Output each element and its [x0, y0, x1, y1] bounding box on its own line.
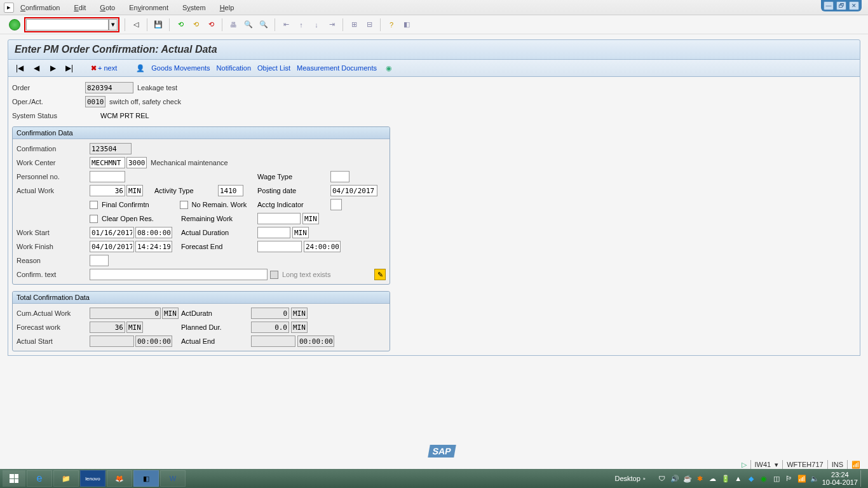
- nav-last-icon[interactable]: ▶|: [64, 63, 74, 73]
- layout-icon[interactable]: ◧: [401, 19, 412, 30]
- tray-wifi-icon[interactable]: 📶: [797, 473, 807, 484]
- workfinish-date[interactable]: [90, 241, 134, 252]
- find-next-icon[interactable]: 🔍: [258, 19, 269, 30]
- planneddur-unit: [291, 322, 308, 333]
- cancel-next-button[interactable]: ✖ + next: [91, 64, 117, 72]
- explorer-icon[interactable]: 📁: [53, 470, 79, 487]
- menu-environment[interactable]: Environment: [129, 4, 168, 11]
- actualwork-unit[interactable]: [126, 185, 143, 196]
- confirmtext-label: Confirm. text: [17, 271, 90, 278]
- show-desktop[interactable]: [860, 470, 865, 487]
- command-field[interactable]: [26, 19, 109, 30]
- cancel-icon[interactable]: ⟲: [205, 19, 217, 30]
- tray-av-icon[interactable]: ✱: [695, 473, 705, 484]
- back-nav-icon[interactable]: ⟲: [175, 19, 186, 30]
- new-session-icon[interactable]: ⊞: [348, 19, 360, 30]
- tray-battery-icon[interactable]: 🔋: [721, 473, 731, 484]
- forecastend-date[interactable]: [257, 241, 302, 252]
- confirmtext-field[interactable]: [90, 269, 268, 280]
- menu-edit[interactable]: Edit: [74, 4, 86, 11]
- menu-confirmation[interactable]: Confirmation: [20, 4, 60, 11]
- tray-app1-icon[interactable]: ◆: [746, 473, 756, 484]
- session-menu-icon[interactable]: ▸: [4, 3, 14, 13]
- restore-button[interactable]: 🗗: [836, 1, 846, 10]
- longtext-edit-icon[interactable]: ✎: [374, 269, 386, 280]
- tray-speaker-icon[interactable]: 🔈: [810, 473, 820, 484]
- clock-date[interactable]: 10-04-2017: [822, 478, 858, 486]
- back-icon[interactable]: ◁: [130, 19, 142, 30]
- workfinish-time[interactable]: [135, 241, 172, 252]
- sap-gui-icon[interactable]: ◧: [133, 470, 159, 487]
- word-icon[interactable]: W: [160, 470, 186, 487]
- actualdur-unit[interactable]: [292, 227, 309, 238]
- desktop-label[interactable]: Desktop: [614, 475, 640, 482]
- find-icon[interactable]: 🔍: [243, 19, 254, 30]
- order-field[interactable]: [85, 82, 133, 93]
- nav-prev-icon[interactable]: ◀: [31, 63, 41, 73]
- firefox-icon[interactable]: 🦊: [107, 470, 132, 487]
- status-label: System Status: [12, 112, 85, 119]
- print-icon[interactable]: 🖶: [227, 19, 239, 30]
- tray-onedrive-icon[interactable]: ☁: [708, 473, 718, 484]
- app-toolbar: |◀ ◀ ▶ ▶| ✖ + next 👤 Goods Movements Not…: [8, 60, 860, 77]
- nav-first-icon[interactable]: |◀: [15, 63, 25, 73]
- services-icon[interactable]: ◉: [383, 62, 395, 74]
- menu-system[interactable]: System: [182, 4, 206, 11]
- actualwork-field[interactable]: [90, 185, 125, 196]
- tray-app3-icon[interactable]: ◫: [771, 473, 782, 484]
- tray-flag-icon[interactable]: 🏳: [784, 473, 794, 484]
- reason-field[interactable]: [90, 255, 109, 266]
- forecastend-time[interactable]: [304, 241, 341, 252]
- noremain-label: No Remain. Work: [192, 201, 247, 208]
- tray-shield-icon[interactable]: 🛡: [657, 473, 667, 484]
- next-page-icon[interactable]: ↓: [311, 19, 322, 30]
- remwork-field[interactable]: [257, 213, 301, 224]
- actualdur-field[interactable]: [257, 227, 290, 238]
- ie-icon[interactable]: e: [27, 470, 52, 487]
- remwork-unit[interactable]: [302, 213, 319, 224]
- close-button[interactable]: ✕: [849, 1, 859, 10]
- wagetype-field[interactable]: [330, 171, 349, 182]
- first-page-icon[interactable]: ⇤: [280, 19, 292, 30]
- personnel-field[interactable]: [90, 171, 125, 182]
- clearopen-checkbox[interactable]: [90, 215, 98, 223]
- last-page-icon[interactable]: ⇥: [326, 19, 337, 30]
- forecastend-label: Forecast End: [181, 243, 222, 250]
- workstart-date[interactable]: [90, 227, 134, 238]
- noremain-checkbox[interactable]: [180, 201, 188, 209]
- remwork-label: Remaining Work: [181, 215, 233, 222]
- local-layout-icon[interactable]: 📶: [851, 461, 860, 469]
- tray-app2-icon[interactable]: ◉: [759, 473, 769, 484]
- oper-field[interactable]: [85, 96, 105, 107]
- nav-next-icon[interactable]: ▶: [48, 63, 58, 73]
- save-icon[interactable]: 💾: [153, 19, 164, 30]
- activitytype-field[interactable]: [218, 185, 243, 196]
- tray-up-icon[interactable]: ▲: [733, 473, 743, 484]
- lenovo-icon[interactable]: lenovo: [80, 470, 105, 487]
- workcenter-field[interactable]: [90, 157, 125, 168]
- notification-button[interactable]: Notification: [217, 64, 251, 72]
- cumwork-unit: [162, 308, 179, 319]
- tray-volume-icon[interactable]: 🔊: [670, 473, 680, 484]
- clock-time[interactable]: 23:24: [822, 471, 858, 478]
- minimize-button[interactable]: —: [824, 1, 834, 10]
- menu-goto[interactable]: Goto: [100, 4, 115, 11]
- enter-icon[interactable]: [9, 19, 20, 30]
- help-icon[interactable]: ?: [386, 19, 397, 30]
- clearopen-label: Clear Open Res.: [102, 215, 154, 222]
- menu-help[interactable]: Help: [220, 4, 234, 11]
- object-list-button[interactable]: Object List: [257, 64, 290, 72]
- command-dropdown[interactable]: ▾: [109, 19, 118, 30]
- exit-icon[interactable]: ⟲: [190, 19, 201, 30]
- prev-page-icon[interactable]: ↑: [295, 19, 307, 30]
- workstart-time[interactable]: [135, 227, 172, 238]
- goods-movements-button[interactable]: Goods Movements: [151, 64, 210, 72]
- shortcut-icon[interactable]: ⊟: [363, 19, 375, 30]
- tray-java-icon[interactable]: ☕: [682, 473, 693, 484]
- measurement-docs-button[interactable]: Measurement Documents: [297, 64, 377, 72]
- postingdate-field[interactable]: [330, 185, 377, 196]
- acctg-field[interactable]: [330, 199, 342, 210]
- plant-field[interactable]: [126, 157, 147, 168]
- start-button[interactable]: [3, 470, 25, 487]
- finalconf-checkbox[interactable]: [90, 201, 98, 209]
